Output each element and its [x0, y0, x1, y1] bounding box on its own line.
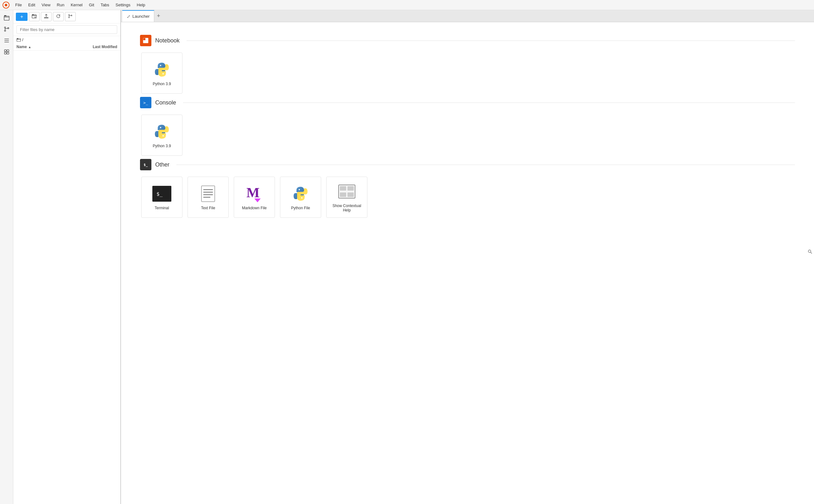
search-input-wrap — [16, 25, 117, 34]
svg-rect-47 — [347, 192, 354, 197]
tab-launcher-icon: ⤢ — [127, 14, 130, 19]
svg-rect-44 — [340, 186, 346, 191]
contextual-help-card[interactable]: Show Contextual Help — [326, 177, 367, 218]
console-section-icon: >_ — [140, 97, 151, 108]
pythonfile-label: Python File — [291, 206, 310, 210]
file-panel: + — [13, 10, 121, 504]
sidebar-item-toc[interactable] — [2, 35, 12, 46]
svg-text:$_: $_ — [156, 191, 163, 197]
sidebar-item-extensions[interactable] — [2, 47, 12, 57]
menu-view[interactable]: View — [39, 2, 53, 8]
file-list — [13, 51, 120, 504]
other-section-title: Other — [155, 161, 169, 168]
contextual-help-label: Show Contextual Help — [330, 204, 363, 212]
other-section-icon: $_ — [140, 159, 151, 170]
menu-file[interactable]: File — [13, 2, 24, 8]
search-input[interactable] — [16, 25, 117, 34]
svg-point-29 — [162, 73, 164, 74]
console-section: >_ Console — [140, 97, 795, 156]
tab-bar: ⤢ Launcher + — [121, 10, 814, 22]
console-cards: Python 3.9 — [140, 115, 795, 156]
console-python-icon — [152, 122, 171, 141]
other-section: $_ Other $_ — [140, 159, 795, 218]
menubar: File Edit View Run Kernel Git Tabs Setti… — [0, 0, 814, 10]
tab-launcher[interactable]: ⤢ Launcher — [122, 10, 154, 22]
svg-rect-10 — [4, 50, 6, 52]
refresh-button[interactable] — [53, 12, 64, 21]
textfile-card[interactable]: Text File — [187, 177, 229, 218]
menu-kernel[interactable]: Kernel — [68, 2, 85, 8]
svg-rect-26 — [143, 38, 145, 40]
svg-point-31 — [162, 135, 164, 136]
notebook-section: Notebook — [140, 35, 795, 94]
other-cards: $_ Terminal — [140, 177, 795, 218]
new-launcher-icon: + — [20, 14, 23, 20]
content-area: Notebook — [121, 22, 814, 504]
svg-rect-12 — [4, 52, 6, 54]
notebook-python-icon — [152, 60, 171, 79]
svg-point-41 — [299, 189, 300, 190]
menu-tabs[interactable]: Tabs — [98, 2, 111, 8]
svg-rect-46 — [340, 192, 346, 197]
textfile-label: Text File — [201, 206, 215, 210]
console-python39-label: Python 3.9 — [153, 144, 171, 148]
contextual-help-icon — [337, 182, 356, 201]
terminal-card[interactable]: $_ Terminal — [141, 177, 182, 218]
sidebar-item-git[interactable] — [2, 24, 12, 34]
tab-launcher-label: Launcher — [132, 14, 149, 19]
sort-icon: ▲ — [28, 45, 31, 49]
svg-rect-34 — [201, 186, 215, 202]
console-python39-card[interactable]: Python 3.9 — [141, 115, 182, 156]
new-launcher-button[interactable]: + — [16, 13, 28, 21]
pythonfile-icon — [291, 184, 310, 203]
pythonfile-card[interactable]: Python File — [280, 177, 321, 218]
markdown-card[interactable]: M Markdown File — [234, 177, 275, 218]
svg-point-19 — [69, 17, 70, 18]
menu-help[interactable]: Help — [134, 2, 148, 8]
markdown-icon: M — [245, 184, 264, 203]
search-bar — [13, 23, 120, 36]
other-divider — [176, 165, 795, 165]
other-section-header: $_ Other — [140, 159, 795, 170]
menu-git[interactable]: Git — [86, 2, 97, 8]
svg-point-4 — [4, 27, 6, 28]
svg-rect-2 — [4, 16, 9, 20]
notebook-python39-card[interactable]: Python 3.9 — [141, 53, 182, 94]
column-name[interactable]: Name ▲ — [16, 45, 79, 49]
svg-point-5 — [4, 30, 6, 31]
breadcrumb-path: / — [22, 37, 23, 42]
icon-sidebar — [0, 10, 13, 504]
svg-point-28 — [160, 65, 161, 66]
menu-settings[interactable]: Settings — [113, 2, 133, 8]
terminal-icon: $_ — [152, 184, 171, 203]
svg-marker-40 — [254, 198, 261, 202]
svg-point-18 — [69, 15, 70, 16]
console-section-title: Console — [155, 99, 176, 106]
svg-rect-24 — [17, 38, 18, 39]
upload-button[interactable] — [41, 12, 52, 21]
main-layout: + — [0, 10, 814, 504]
svg-rect-15 — [32, 14, 34, 15]
svg-point-42 — [301, 197, 302, 198]
file-table-header: Name ▲ Last Modified — [13, 43, 120, 51]
svg-point-1 — [5, 4, 7, 6]
svg-rect-3 — [4, 15, 6, 16]
new-tab-button[interactable]: + — [154, 10, 163, 22]
menu-run[interactable]: Run — [54, 2, 67, 8]
notebook-section-icon — [140, 35, 151, 46]
launcher: Notebook — [121, 22, 814, 234]
column-modified[interactable]: Last Modified — [79, 45, 117, 49]
new-folder-button[interactable] — [29, 12, 40, 21]
notebook-section-header: Notebook — [140, 35, 795, 46]
sidebar-item-files[interactable] — [2, 13, 12, 23]
menu-edit[interactable]: Edit — [26, 2, 38, 8]
svg-point-30 — [160, 127, 161, 128]
notebook-python39-label: Python 3.9 — [153, 82, 171, 86]
svg-rect-11 — [7, 50, 9, 52]
breadcrumb: / — [13, 36, 120, 43]
right-panel: ⤢ Launcher + — [121, 10, 814, 504]
svg-text:M: M — [246, 185, 260, 200]
git-toggle-button[interactable] — [65, 12, 76, 21]
markdown-label: Markdown File — [242, 206, 267, 210]
svg-rect-13 — [7, 52, 9, 54]
